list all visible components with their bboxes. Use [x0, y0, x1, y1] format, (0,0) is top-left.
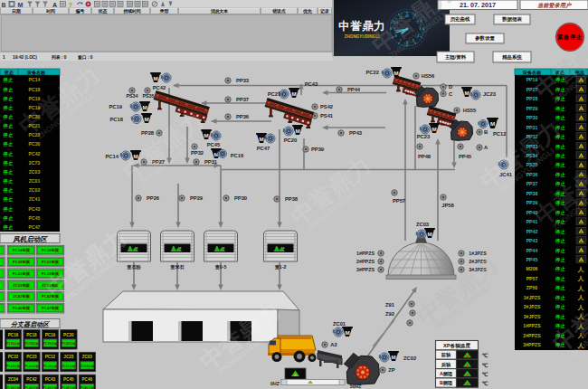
svg-text:持续时间: 持续时间: [122, 8, 140, 14]
svg-text:PC22: PC22: [365, 70, 379, 75]
svg-text:1#PPZS: 1#PPZS: [523, 323, 541, 328]
svg-text:PP36: PP36: [236, 114, 250, 119]
svg-text:PC18变频: PC18变频: [42, 248, 60, 252]
svg-text:列表 : 0: 列表 : 0: [51, 54, 67, 61]
svg-text:JC23启动: JC23启动: [62, 365, 75, 368]
svg-text:PS34: PS34: [126, 93, 138, 99]
svg-text:PC43: PC43: [45, 377, 56, 382]
svg-text:停止: 停止: [3, 114, 14, 120]
svg-text:PC21: PC21: [268, 91, 281, 97]
svg-text:M: M: [427, 231, 432, 237]
svg-text:人: 人: [577, 275, 584, 282]
svg-text:停止: 停止: [3, 141, 14, 147]
svg-text:PC14变频: PC14变频: [13, 248, 31, 252]
svg-text:PC45: PC45: [29, 215, 41, 221]
svg-text:ZC03: ZC03: [416, 222, 430, 227]
svg-text:PP28: PP28: [141, 130, 155, 136]
svg-text:PP26: PP26: [147, 195, 160, 201]
svg-text:PC21变频: PC21变频: [42, 260, 60, 264]
svg-text:PC19启动: PC19启动: [43, 342, 58, 346]
svg-text:停止: 停止: [555, 304, 565, 310]
svg-text:PP37: PP37: [526, 181, 538, 186]
svg-text:PP38: PP38: [526, 191, 538, 196]
svg-text:PC28变频: PC28变频: [13, 260, 31, 264]
svg-text:人: 人: [577, 285, 584, 292]
svg-text:HS56: HS56: [422, 73, 435, 79]
svg-text:当前登录用户: 当前登录用户: [537, 2, 572, 8]
svg-text:1: 1: [3, 55, 5, 60]
svg-text:50HZ: 50HZ: [350, 384, 363, 389]
svg-text:PC23变频: PC23变频: [13, 271, 31, 276]
svg-text:ZP: ZP: [388, 367, 395, 373]
svg-text:PP32: PP32: [191, 150, 204, 156]
svg-text:类型: 类型: [159, 8, 169, 14]
svg-text:PP37: PP37: [236, 97, 249, 102]
svg-text:数据报表: 数据报表: [501, 16, 522, 23]
svg-text:A2: A2: [330, 342, 337, 347]
svg-text:PC42: PC42: [26, 377, 37, 382]
svg-text:PC16: PC16: [8, 333, 19, 337]
svg-text:2#JPZS: 2#JPZS: [524, 304, 541, 309]
svg-text:停止: 停止: [555, 172, 565, 178]
svg-text:设备名称: 设备名称: [26, 70, 46, 76]
svg-text:PC43: PC43: [29, 206, 41, 212]
svg-text:窗口 : 0: 窗口 : 0: [78, 54, 93, 61]
svg-text:M: M: [295, 128, 299, 134]
svg-text:停止: 停止: [3, 105, 14, 111]
svg-text:PC20: PC20: [284, 138, 298, 143]
svg-text:分支器启动区: 分支器启动区: [11, 320, 51, 328]
svg-text:主辊/资料: 主辊/资料: [444, 54, 467, 61]
svg-text:Z92: Z92: [385, 311, 394, 317]
svg-text:PP29: PP29: [526, 106, 538, 111]
svg-text:1#JPZS: 1#JPZS: [524, 295, 541, 300]
svg-text:PC23启动: PC23启动: [24, 365, 39, 368]
svg-text:PC12: PC12: [493, 131, 507, 137]
svg-text:错误点: 错误点: [271, 8, 286, 14]
svg-text:停止: 停止: [555, 162, 565, 168]
svg-text:紧急停止: 紧急停止: [557, 33, 583, 41]
svg-text:PP48: PP48: [418, 154, 432, 159]
svg-text:停止: 停止: [3, 96, 14, 102]
svg-text:21. 07. 2017: 21. 07. 2017: [460, 1, 496, 9]
svg-text:M: M: [259, 136, 263, 142]
svg-text:3#JPZS: 3#JPZS: [524, 314, 541, 319]
svg-text:停止: 停止: [3, 87, 14, 93]
svg-text:M: M: [391, 354, 395, 360]
svg-text:ZC41: ZC41: [29, 196, 41, 202]
svg-text:PP28: PP28: [526, 96, 538, 101]
svg-text:PC20: PC20: [63, 333, 74, 337]
svg-text:PP33: PP33: [236, 78, 250, 83]
svg-text:时间: 时间: [46, 8, 55, 14]
svg-text:停止: 停止: [555, 115, 565, 121]
svg-text:历史曲线: 历史曲线: [450, 16, 470, 23]
svg-text:停止: 停止: [555, 238, 565, 244]
svg-text:停止: 停止: [555, 266, 565, 272]
svg-text:XP各轴温度: XP各轴温度: [443, 342, 470, 349]
svg-text:PP44: PP44: [347, 87, 361, 92]
svg-text:3#PPZS: 3#PPZS: [356, 267, 375, 272]
svg-text:M: M: [153, 75, 157, 81]
svg-text:消息文本: 消息文本: [210, 8, 228, 14]
svg-text:停止: 停止: [555, 314, 565, 320]
svg-text:ZC02: ZC02: [403, 356, 416, 361]
svg-text:状态: 状态: [4, 70, 14, 76]
svg-text:优先: 优先: [302, 8, 312, 14]
svg-text:PC23: PC23: [26, 355, 37, 359]
svg-text:编号: 编号: [75, 8, 85, 14]
svg-text:JP58: JP58: [441, 203, 454, 208]
svg-text:D: D: [449, 84, 452, 90]
svg-text:PC42: PC42: [153, 85, 166, 90]
svg-text:PP45: PP45: [526, 257, 538, 262]
svg-text:停止: 停止: [555, 153, 565, 159]
svg-text:ZC01: ZC01: [333, 321, 346, 327]
svg-text:M206: M206: [526, 266, 538, 271]
svg-text:PC45: PC45: [207, 142, 221, 147]
svg-text:停止: 停止: [3, 77, 14, 83]
svg-text:停止: 停止: [3, 160, 14, 166]
svg-text:PP42: PP42: [526, 229, 538, 234]
svg-text:停止: 停止: [555, 276, 565, 282]
svg-text:℃: ℃: [482, 363, 488, 368]
svg-text:JC23: JC23: [63, 355, 73, 359]
svg-text:PC22启动: PC22启动: [6, 365, 21, 368]
svg-text:2#PPZS: 2#PPZS: [356, 259, 375, 264]
